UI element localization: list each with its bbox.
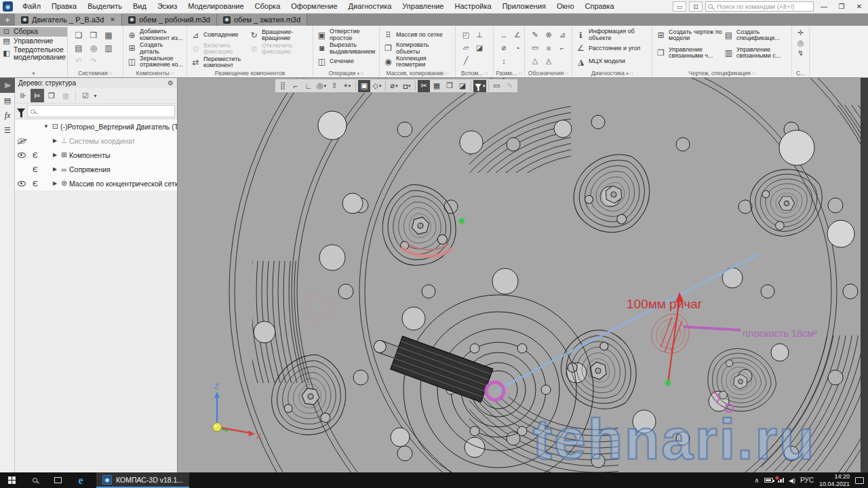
- spec-link-icon[interactable]: ↯: [797, 49, 804, 58]
- tab-close-icon[interactable]: ✕: [110, 16, 115, 23]
- expand-caret-icon[interactable]: ▶: [51, 166, 59, 172]
- command-search-input[interactable]: [705, 1, 814, 12]
- menu-management[interactable]: Управление: [397, 0, 449, 13]
- grid-array-button[interactable]: ⠿Массив по сетке: [383, 28, 452, 42]
- scene-camera-icon[interactable]: ◘▾: [401, 80, 413, 92]
- parameters-panel-icon[interactable]: ▤: [0, 93, 15, 108]
- clipboard-icon[interactable]: ▦: [431, 80, 443, 92]
- save-icon[interactable]: ▦: [101, 28, 116, 41]
- menu-view[interactable]: Вид: [127, 0, 152, 13]
- new-file-icon[interactable]: ❏: [71, 28, 86, 41]
- visibility-on-icon[interactable]: [18, 181, 26, 186]
- vertical-dim-icon[interactable]: ↕: [497, 54, 511, 67]
- tree-checklist-icon[interactable]: ☑: [79, 89, 92, 102]
- include-marker-icon[interactable]: Є: [28, 165, 42, 174]
- orient-up-icon[interactable]: ⇧: [328, 80, 340, 92]
- zoom-icon[interactable]: ◎▾: [315, 80, 328, 92]
- section-mark-icon[interactable]: ⌐: [555, 41, 569, 54]
- enable-fixation-button[interactable]: ⊙Включить фиксацию: [191, 42, 249, 56]
- shaded-view-icon[interactable]: ▣: [358, 80, 370, 92]
- copy-objects-button[interactable]: ❐Копировать объекты: [383, 42, 452, 56]
- menu-window[interactable]: Окно: [551, 0, 580, 13]
- tree-row-mates[interactable]: Є ▶ ∞ Сопряжения: [15, 162, 177, 176]
- object-info-button[interactable]: ℹИнформация об объекте: [576, 28, 648, 42]
- display-mode-icon[interactable]: ◇▾: [371, 80, 383, 92]
- spec-view-icon[interactable]: ◎: [797, 39, 804, 47]
- coincidence-button[interactable]: ⊿Совпадение: [191, 28, 249, 42]
- tree-grid-icon[interactable]: ▦: [59, 89, 73, 102]
- geometry-collection-button[interactable]: ◉Коллекция геометрии: [383, 55, 452, 68]
- ribbon-tab-management[interactable]: ▤ Управление: [0, 37, 67, 46]
- menu-edit[interactable]: Правка: [46, 0, 82, 13]
- tree-search-input[interactable]: [27, 105, 175, 117]
- taskbar-clock[interactable]: 14:20 10.04.2021: [819, 473, 850, 487]
- move-component-button[interactable]: ⇄Переместить компонент: [191, 56, 249, 69]
- expand-caret-icon[interactable]: ▶: [51, 138, 59, 144]
- angle-dim-icon[interactable]: ∠: [511, 28, 524, 41]
- weld-icon[interactable]: ◬: [542, 54, 555, 67]
- menu-applications[interactable]: Приложения: [497, 0, 551, 13]
- collapse-caret-icon[interactable]: ▼: [42, 123, 50, 129]
- layers-icon[interactable]: ❐: [443, 80, 456, 92]
- edge-button[interactable]: e: [69, 472, 92, 488]
- taskbar-search-button[interactable]: [23, 472, 46, 488]
- aux-line-icon[interactable]: ╱: [459, 54, 473, 67]
- aux-plane-icon[interactable]: ◰: [459, 28, 473, 41]
- create-part-button[interactable]: ⊞Создать деталь: [127, 42, 183, 56]
- kompas-taskbar-button[interactable]: ◉ КОМПАС-3D v18.1...: [96, 472, 189, 488]
- filter-funnel-icon[interactable]: [17, 108, 25, 114]
- aux-axis-icon[interactable]: ⊥: [473, 28, 486, 41]
- add-component-button[interactable]: ⊕Добавить компонент из...: [127, 28, 183, 42]
- manage-linked-specs-button[interactable]: ▥Управление связанными с...: [724, 46, 791, 60]
- tab-obem-szhatiya[interactable]: ◉ обем _ зжатия.m3d: [217, 14, 307, 26]
- datum-icon[interactable]: ⊕: [542, 28, 555, 41]
- screen-settings-icon[interactable]: ⊡: [689, 1, 703, 12]
- orientation-triad-icon[interactable]: ⌖▾: [341, 80, 353, 92]
- simple-hole-button[interactable]: ▣Отверстие простое: [317, 28, 376, 42]
- menu-file[interactable]: Файл: [17, 0, 46, 13]
- mirror-component-button[interactable]: ◫Зеркальное отражение ко...: [127, 55, 183, 68]
- task-view-button[interactable]: [46, 472, 69, 488]
- spec-add-icon[interactable]: ✛: [797, 28, 804, 37]
- battery-icon[interactable]: [764, 478, 773, 483]
- undo-icon[interactable]: ↶: [71, 54, 86, 67]
- tree-structure-view-icon[interactable]: ⊪: [16, 89, 30, 102]
- pencil-icon[interactable]: ✎: [504, 80, 516, 92]
- expand-caret-icon[interactable]: ▶: [51, 180, 59, 186]
- panel-menu-icon[interactable]: ☰: [0, 123, 15, 138]
- visibility-off-icon[interactable]: [18, 138, 26, 144]
- marking-icon[interactable]: ≡: [542, 41, 555, 54]
- include-marker-icon[interactable]: Є: [28, 151, 42, 159]
- redo-icon[interactable]: ↷: [86, 54, 101, 67]
- window-layout-icon[interactable]: ▭: [673, 1, 686, 12]
- minimize-button[interactable]: —: [816, 1, 831, 13]
- tree-composition-view-icon[interactable]: ⊨: [31, 89, 44, 102]
- leader-icon[interactable]: ✎: [528, 28, 542, 41]
- view-corner-icon[interactable]: ⌐: [290, 80, 302, 92]
- section-button[interactable]: ◫Сечение: [317, 55, 376, 68]
- manage-linked-drawings-button[interactable]: ❐Управление связанными ч...: [656, 46, 724, 60]
- create-drawing-button[interactable]: ⊞Создать чертеж по модели: [656, 28, 724, 42]
- chevron-down-icon[interactable]: ▼: [93, 94, 98, 98]
- stamp-icon[interactable]: ◪: [456, 80, 469, 92]
- menu-modeling[interactable]: Моделирование: [182, 0, 249, 13]
- menu-diagnostics[interactable]: Диагностика: [343, 0, 397, 13]
- roughness-icon[interactable]: ⊿: [555, 28, 569, 41]
- menu-settings[interactable]: Настройка: [449, 0, 496, 13]
- gear-icon[interactable]: ⚙: [167, 79, 174, 87]
- linear-dim-icon[interactable]: ↔: [497, 28, 511, 41]
- plane-line-magenta[interactable]: [684, 327, 741, 330]
- tree-row-concentric-array[interactable]: Є ▶ ⊛ Массив по концентрической сетке:: [15, 176, 177, 190]
- menu-help[interactable]: Справка: [580, 0, 620, 13]
- distance-angle-button[interactable]: ∠Расстояние и угол: [576, 42, 648, 56]
- tree-row-root[interactable]: ▼ ⊡ (-)Роторно_Вертерний Двигатель (Те: [15, 119, 177, 134]
- radial-dim-icon[interactable]: ◔: [511, 41, 524, 54]
- tolerance-icon[interactable]: ▭: [528, 41, 542, 54]
- language-indicator[interactable]: РУС: [800, 476, 814, 484]
- frame-icon[interactable]: ▭: [491, 80, 503, 92]
- restore-button[interactable]: ❐: [834, 1, 849, 13]
- rotation-rotation-button[interactable]: ↻Вращение-вращение: [249, 28, 311, 42]
- hide-objects-icon[interactable]: ⌀▾: [388, 80, 400, 92]
- expand-caret-icon[interactable]: ▶: [51, 152, 59, 158]
- new-tab-button[interactable]: +: [0, 14, 15, 26]
